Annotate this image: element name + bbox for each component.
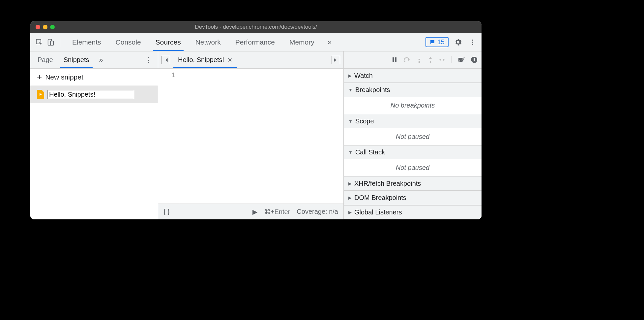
- triangle-down-icon: ▼: [348, 119, 353, 124]
- section-watch[interactable]: ▶ Watch: [344, 68, 482, 83]
- titlebar: DevTools - developer.chrome.com/docs/dev…: [30, 21, 482, 33]
- svg-rect-7: [395, 57, 396, 62]
- device-toggle-icon[interactable]: [45, 37, 55, 47]
- snippet-name-input[interactable]: [47, 90, 134, 99]
- body: Page Snippets » ⋮ + New snippet: [30, 51, 482, 219]
- step-out-icon[interactable]: [428, 56, 433, 63]
- breakpoints-body: No breakpoints: [344, 97, 482, 114]
- divider: [60, 38, 60, 47]
- section-callstack[interactable]: ▼ Call Stack: [344, 145, 482, 160]
- editor-tabbar: Hello, Snippets! ✕: [158, 51, 343, 69]
- deactivate-breakpoints-icon[interactable]: [458, 57, 465, 63]
- tab-sources[interactable]: Sources: [148, 33, 188, 51]
- section-scope[interactable]: ▼ Scope: [344, 114, 482, 128]
- svg-rect-6: [393, 57, 394, 62]
- section-breakpoints-label: Breakpoints: [355, 86, 390, 94]
- snippet-file-icon: [37, 90, 44, 99]
- maximize-window-button[interactable]: [50, 25, 55, 29]
- editor-tab-label: Hello, Snippets!: [178, 56, 224, 64]
- sidebar-more-tabs-icon[interactable]: »: [95, 56, 108, 64]
- close-tab-icon[interactable]: ✕: [227, 56, 232, 64]
- nav-prev-icon[interactable]: [161, 56, 170, 64]
- debug-toolbar: [344, 51, 482, 68]
- code-area[interactable]: 1: [158, 69, 343, 204]
- section-watch-label: Watch: [354, 72, 373, 80]
- sidebar-tab-snippets[interactable]: Snippets: [58, 51, 95, 68]
- line-number: 1: [158, 71, 175, 79]
- messages-badge[interactable]: 15: [425, 37, 449, 47]
- code-content[interactable]: [179, 69, 343, 204]
- sidebar-tab-page[interactable]: Page: [32, 51, 58, 68]
- svg-rect-12: [474, 58, 475, 61]
- section-xhr-breakpoints[interactable]: ▶ XHR/fetch Breakpoints: [344, 176, 482, 191]
- triangle-right-icon: ▶: [348, 181, 352, 186]
- editor-statusbar: { } ▶ ⌘+Enter Coverage: n/a: [158, 204, 343, 219]
- triangle-down-icon: ▼: [348, 150, 353, 155]
- section-callstack-label: Call Stack: [355, 148, 385, 156]
- new-snippet-button[interactable]: + New snippet: [30, 69, 158, 86]
- main-tabs: Elements Console Sources Network Perform…: [65, 33, 322, 51]
- section-dom-label: DOM Breakpoints: [354, 194, 406, 202]
- tab-elements[interactable]: Elements: [65, 33, 108, 51]
- triangle-right-icon: ▶: [348, 195, 352, 200]
- window-title: DevTools - developer.chrome.com/docs/dev…: [30, 24, 482, 30]
- svg-point-9: [419, 61, 420, 63]
- editor-tab[interactable]: Hello, Snippets! ✕: [173, 51, 237, 68]
- inspect-element-icon[interactable]: [34, 37, 44, 47]
- step-into-icon[interactable]: [417, 56, 422, 63]
- devtools-window: DevTools - developer.chrome.com/docs/dev…: [30, 21, 482, 219]
- sidebar: Page Snippets » ⋮ + New snippet: [30, 51, 158, 219]
- triangle-right-icon: ▶: [348, 210, 352, 215]
- triangle-right-icon: ▶: [348, 73, 352, 78]
- toolbar-right: 15: [425, 37, 478, 47]
- more-tabs-icon[interactable]: »: [323, 38, 336, 47]
- svg-rect-2: [50, 41, 53, 45]
- step-over-icon[interactable]: [403, 57, 411, 63]
- svg-point-8: [404, 61, 405, 62]
- main-toolbar: Elements Console Sources Network Perform…: [30, 33, 482, 51]
- svg-point-5: [472, 44, 473, 45]
- new-snippet-label: New snippet: [45, 73, 83, 81]
- tab-performance[interactable]: Performance: [228, 33, 282, 51]
- svg-point-10: [430, 61, 431, 63]
- settings-gear-icon[interactable]: [453, 37, 463, 47]
- scope-body: Not paused: [344, 128, 482, 145]
- pretty-print-icon[interactable]: { }: [163, 208, 170, 215]
- pause-icon[interactable]: [392, 57, 397, 63]
- section-dom-breakpoints[interactable]: ▶ DOM Breakpoints: [344, 191, 482, 205]
- kebab-menu-icon[interactable]: [468, 37, 478, 47]
- section-global-listeners[interactable]: ▶ Global Listeners: [344, 205, 482, 220]
- sidebar-tabs: Page Snippets » ⋮: [30, 51, 158, 69]
- close-window-button[interactable]: [36, 25, 40, 29]
- triangle-down-icon: ▼: [348, 87, 353, 92]
- traffic-lights: [36, 25, 55, 29]
- line-gutter: 1: [158, 69, 179, 204]
- section-scope-label: Scope: [355, 117, 374, 125]
- run-play-icon[interactable]: ▶: [252, 208, 257, 216]
- plus-icon: +: [37, 72, 42, 82]
- svg-point-4: [472, 42, 473, 43]
- snippet-list-item[interactable]: [30, 86, 158, 103]
- section-breakpoints[interactable]: ▼ Breakpoints: [344, 83, 482, 97]
- messages-count: 15: [437, 38, 445, 46]
- editor-pane: Hello, Snippets! ✕ 1 { } ▶ ⌘+Enter Co: [158, 51, 344, 219]
- step-icon[interactable]: [439, 57, 446, 62]
- nav-next-icon[interactable]: [332, 56, 340, 64]
- svg-point-3: [472, 39, 473, 41]
- tab-network[interactable]: Network: [188, 33, 228, 51]
- minimize-window-button[interactable]: [43, 25, 47, 29]
- run-shortcut-label: ⌘+Enter: [264, 208, 290, 216]
- callstack-body: Not paused: [344, 159, 482, 176]
- debug-pane: ▶ Watch ▼ Breakpoints No breakpoints ▼ S…: [344, 51, 482, 219]
- tab-console[interactable]: Console: [108, 33, 148, 51]
- section-xhr-label: XHR/fetch Breakpoints: [354, 180, 421, 187]
- pause-exceptions-icon[interactable]: [471, 56, 478, 63]
- sidebar-kebab-icon[interactable]: ⋮: [141, 56, 156, 64]
- section-global-label: Global Listeners: [354, 208, 402, 216]
- coverage-label[interactable]: Coverage: n/a: [297, 208, 338, 215]
- tab-memory[interactable]: Memory: [282, 33, 322, 51]
- svg-point-11: [440, 59, 441, 61]
